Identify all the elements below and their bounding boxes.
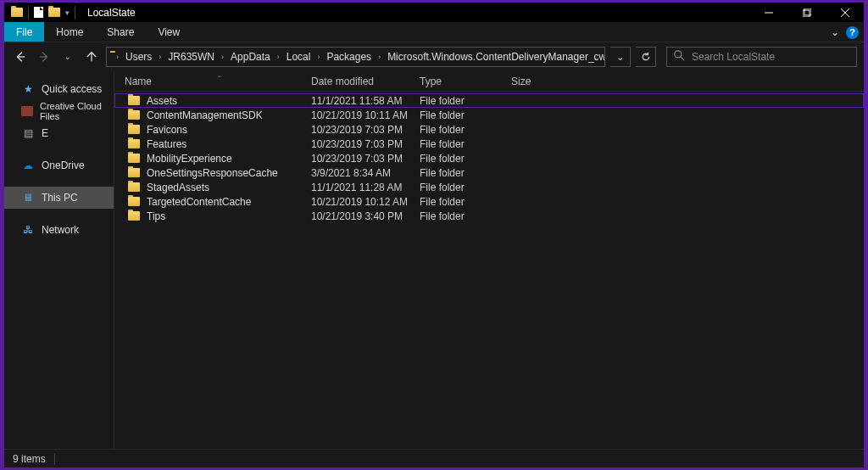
sidebar-label: Network xyxy=(42,224,79,236)
file-row[interactable]: ContentManagementSDK10/21/2019 10:11 AMF… xyxy=(114,108,864,122)
folder-icon xyxy=(128,96,140,105)
address-history-button[interactable]: ⌄ xyxy=(610,47,631,67)
tab-file[interactable]: File xyxy=(4,22,44,42)
window-controls xyxy=(749,3,864,22)
refresh-button[interactable] xyxy=(636,47,656,67)
file-type: File folder xyxy=(420,95,511,107)
ribbon-collapse-icon[interactable]: ⌄ xyxy=(831,26,839,38)
content-pane: Name ⌃ Date modified Type Size Assets11/… xyxy=(114,71,864,449)
search-box[interactable] xyxy=(666,47,857,67)
status-bar: 9 items xyxy=(4,449,864,467)
file-name: MobilityExperience xyxy=(147,153,232,165)
star-icon: ★ xyxy=(21,83,35,95)
app-icon xyxy=(11,8,23,17)
column-header-size[interactable]: Size xyxy=(511,76,562,87)
breadcrumb-sep-icon[interactable]: › xyxy=(158,53,162,61)
file-row[interactable]: StagedAssets11/1/2021 11:28 AMFile folde… xyxy=(114,180,864,194)
folder-icon xyxy=(21,105,33,117)
breadcrumb-sep-icon[interactable]: › xyxy=(220,53,225,61)
forward-button[interactable] xyxy=(35,48,53,66)
file-row[interactable]: OneSettingsResponseCache3/9/2021 8:34 AM… xyxy=(114,165,864,180)
sidebar-item-this-pc[interactable]: 🖥 This PC xyxy=(4,187,114,209)
file-name: OneSettingsResponseCache xyxy=(147,167,278,179)
breadcrumb-sep-icon[interactable]: › xyxy=(377,53,381,61)
recent-locations-button[interactable]: ⌄ xyxy=(58,48,77,66)
sidebar-label: Quick access xyxy=(42,83,102,95)
window-title: LocalState xyxy=(87,7,136,19)
svg-rect-1 xyxy=(803,10,810,17)
file-type: File folder xyxy=(420,167,511,179)
file-name: ContentManagementSDK xyxy=(147,109,263,121)
breadcrumb[interactable]: Packages xyxy=(322,51,376,63)
new-folder-icon[interactable] xyxy=(48,8,60,17)
tab-share[interactable]: Share xyxy=(95,22,146,42)
up-button[interactable] xyxy=(82,48,101,66)
breadcrumb-sep-icon[interactable]: › xyxy=(115,53,120,61)
properties-icon[interactable] xyxy=(34,7,43,18)
sidebar-item-e-drive[interactable]: ▤ E xyxy=(4,122,114,144)
sidebar-label: This PC xyxy=(42,192,78,204)
file-type: File folder xyxy=(420,196,511,208)
sidebar-item-creative-cloud[interactable]: Creative Cloud Files xyxy=(4,100,114,122)
file-row[interactable]: Assets11/1/2021 11:58 AMFile folder xyxy=(114,93,864,108)
search-icon xyxy=(674,50,685,64)
folder-icon xyxy=(128,154,140,163)
file-type: File folder xyxy=(420,153,511,165)
breadcrumb-sep-icon[interactable]: › xyxy=(276,53,281,61)
monitor-icon: 🖥 xyxy=(21,192,35,204)
file-date: 10/23/2019 7:03 PM xyxy=(311,138,420,150)
folder-icon xyxy=(128,110,140,120)
svg-point-8 xyxy=(675,51,682,58)
folder-icon xyxy=(128,197,140,206)
help-button[interactable]: ? xyxy=(846,26,859,39)
file-row[interactable]: TargetedContentCache10/21/2019 10:12 AMF… xyxy=(114,194,864,209)
file-date: 10/21/2019 3:40 PM xyxy=(311,210,420,222)
qat-chevron-icon[interactable]: ▾ xyxy=(65,8,70,17)
folder-icon xyxy=(128,211,140,221)
tab-view[interactable]: View xyxy=(146,22,192,42)
svg-rect-2 xyxy=(804,8,811,15)
column-header-date[interactable]: Date modified xyxy=(311,76,420,87)
breadcrumb[interactable]: JR635WN xyxy=(164,51,219,63)
breadcrumb[interactable]: Local xyxy=(282,51,315,63)
folder-icon xyxy=(128,125,140,134)
minimize-button[interactable] xyxy=(749,3,787,22)
search-input[interactable] xyxy=(692,51,849,63)
file-type: File folder xyxy=(420,182,511,193)
file-row[interactable]: MobilityExperience10/23/2019 7:03 PMFile… xyxy=(114,151,864,165)
column-headers: Name ⌃ Date modified Type Size xyxy=(114,71,864,92)
breadcrumb-sep-icon[interactable]: › xyxy=(316,53,320,61)
quick-access-toolbar: ▾ xyxy=(4,6,82,20)
sidebar-item-quick-access[interactable]: ★ Quick access xyxy=(4,78,114,100)
maximize-button[interactable] xyxy=(787,3,826,22)
back-button[interactable] xyxy=(11,48,30,66)
breadcrumb[interactable]: Users xyxy=(121,51,156,63)
file-list[interactable]: Assets11/1/2021 11:58 AMFile folderConte… xyxy=(114,92,864,449)
file-name: StagedAssets xyxy=(147,182,209,193)
file-date: 11/1/2021 11:58 AM xyxy=(311,95,420,107)
file-type: File folder xyxy=(420,124,511,136)
breadcrumb[interactable]: Microsoft.Windows.ContentDeliveryManager… xyxy=(383,51,605,63)
column-header-name[interactable]: Name ⌃ xyxy=(114,76,311,87)
separator xyxy=(54,453,55,465)
file-type: File folder xyxy=(420,210,511,222)
sidebar-label: Creative Cloud Files xyxy=(40,101,105,121)
network-icon: 🖧 xyxy=(21,224,35,236)
explorer-window: ▾ LocalState File Home Share View ⌄ ? xyxy=(4,3,864,467)
navigation-pane[interactable]: ★ Quick access Creative Cloud Files ▤ E … xyxy=(4,71,114,449)
file-row[interactable]: Features10/23/2019 7:03 PMFile folder xyxy=(114,137,864,151)
address-bar[interactable]: › Users › JR635WN › AppData › Local › Pa… xyxy=(106,47,605,67)
close-button[interactable] xyxy=(826,3,864,22)
sidebar-label: OneDrive xyxy=(42,159,85,171)
folder-icon xyxy=(128,182,140,192)
column-header-type[interactable]: Type xyxy=(420,76,511,87)
tab-home[interactable]: Home xyxy=(44,22,95,42)
file-row[interactable]: Favicons10/23/2019 7:03 PMFile folder xyxy=(114,122,864,137)
breadcrumb[interactable]: AppData xyxy=(226,51,275,63)
svg-line-9 xyxy=(681,57,684,60)
file-date: 10/23/2019 7:03 PM xyxy=(311,124,420,136)
file-row[interactable]: Tips10/21/2019 3:40 PMFile folder xyxy=(114,209,864,223)
sidebar-item-network[interactable]: 🖧 Network xyxy=(4,219,114,241)
titlebar[interactable]: ▾ LocalState xyxy=(4,3,864,22)
sidebar-item-onedrive[interactable]: ☁ OneDrive xyxy=(4,154,114,176)
